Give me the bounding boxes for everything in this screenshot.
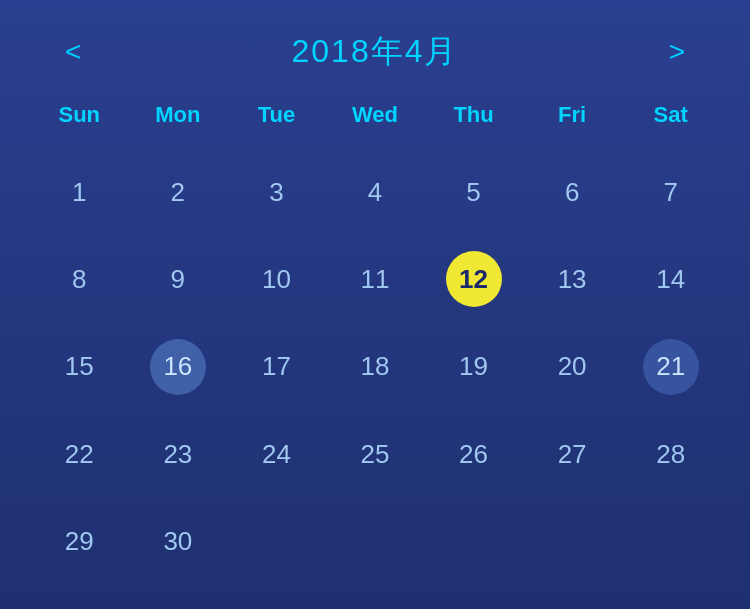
day-5[interactable]: 5 [446, 164, 502, 220]
weekdays-row: Sun Mon Tue Wed Thu Fri Sat [30, 94, 720, 142]
day-cell[interactable]: 25 [326, 414, 425, 494]
day-cell[interactable]: 4 [326, 152, 425, 232]
calendar-header: < 2018年4月 > [30, 20, 720, 94]
weekday-sat: Sat [621, 94, 720, 142]
day-1[interactable]: 1 [51, 164, 107, 220]
calendar-container: < 2018年4月 > Sun Mon Tue Wed Thu Fri Sat … [0, 0, 750, 609]
day-cell[interactable]: 27 [523, 414, 622, 494]
day-26[interactable]: 26 [446, 426, 502, 482]
day-6[interactable]: 6 [544, 164, 600, 220]
day-cell[interactable]: 13 [523, 239, 622, 319]
day-cell[interactable]: 5 [424, 152, 523, 232]
day-2[interactable]: 2 [150, 164, 206, 220]
day-cell[interactable]: 29 [30, 502, 129, 582]
day-20[interactable]: 20 [544, 339, 600, 395]
day-cell[interactable]: 30 [129, 502, 228, 582]
day-cell[interactable]: 10 [227, 239, 326, 319]
day-cell[interactable]: 19 [424, 327, 523, 407]
day-cell[interactable]: 14 [621, 239, 720, 319]
day-cell-empty [523, 502, 622, 582]
day-empty [446, 514, 502, 570]
day-cell[interactable]: 9 [129, 239, 228, 319]
day-cell[interactable]: 8 [30, 239, 129, 319]
day-14[interactable]: 14 [643, 251, 699, 307]
day-cell[interactable]: 22 [30, 414, 129, 494]
day-11[interactable]: 11 [347, 251, 403, 307]
day-17[interactable]: 17 [248, 339, 304, 395]
day-cell[interactable]: 28 [621, 414, 720, 494]
day-cell[interactable]: 15 [30, 327, 129, 407]
day-cell[interactable]: 18 [326, 327, 425, 407]
day-24[interactable]: 24 [248, 426, 304, 482]
day-10[interactable]: 10 [248, 251, 304, 307]
day-25[interactable]: 25 [347, 426, 403, 482]
weekday-tue: Tue [227, 94, 326, 142]
days-grid: 1 2 3 4 5 6 7 8 9 10 11 12 13 14 15 16 1… [30, 152, 720, 589]
day-16-selected[interactable]: 16 [150, 339, 206, 395]
day-18[interactable]: 18 [347, 339, 403, 395]
day-cell[interactable]: 11 [326, 239, 425, 319]
day-22[interactable]: 22 [51, 426, 107, 482]
day-4[interactable]: 4 [347, 164, 403, 220]
day-cell[interactable]: 17 [227, 327, 326, 407]
weekday-mon: Mon [129, 94, 228, 142]
day-29[interactable]: 29 [51, 514, 107, 570]
next-month-button[interactable]: > [654, 33, 700, 71]
prev-month-button[interactable]: < [50, 33, 96, 71]
day-12-today[interactable]: 12 [446, 251, 502, 307]
weekday-wed: Wed [326, 94, 425, 142]
day-cell[interactable]: 2 [129, 152, 228, 232]
day-empty [544, 514, 600, 570]
day-cell-empty [424, 502, 523, 582]
day-9[interactable]: 9 [150, 251, 206, 307]
day-cell[interactable]: 12 [424, 239, 523, 319]
day-cell[interactable]: 7 [621, 152, 720, 232]
day-cell-empty [227, 502, 326, 582]
day-3[interactable]: 3 [248, 164, 304, 220]
day-19[interactable]: 19 [446, 339, 502, 395]
day-cell-empty [326, 502, 425, 582]
day-30[interactable]: 30 [150, 514, 206, 570]
day-empty [643, 514, 699, 570]
day-15[interactable]: 15 [51, 339, 107, 395]
day-cell-empty [621, 502, 720, 582]
weekday-sun: Sun [30, 94, 129, 142]
day-empty [248, 514, 304, 570]
day-8[interactable]: 8 [51, 251, 107, 307]
day-cell[interactable]: 16 [129, 327, 228, 407]
day-cell[interactable]: 20 [523, 327, 622, 407]
day-cell[interactable]: 3 [227, 152, 326, 232]
month-title: 2018年4月 [292, 30, 459, 74]
day-cell[interactable]: 1 [30, 152, 129, 232]
day-cell[interactable]: 6 [523, 152, 622, 232]
day-21-selected[interactable]: 21 [643, 339, 699, 395]
day-cell[interactable]: 21 [621, 327, 720, 407]
day-27[interactable]: 27 [544, 426, 600, 482]
day-23[interactable]: 23 [150, 426, 206, 482]
day-cell[interactable]: 26 [424, 414, 523, 494]
day-cell[interactable]: 23 [129, 414, 228, 494]
day-cell[interactable]: 24 [227, 414, 326, 494]
day-empty [347, 514, 403, 570]
day-7[interactable]: 7 [643, 164, 699, 220]
weekday-thu: Thu [424, 94, 523, 142]
day-13[interactable]: 13 [544, 251, 600, 307]
weekday-fri: Fri [523, 94, 622, 142]
day-28[interactable]: 28 [643, 426, 699, 482]
